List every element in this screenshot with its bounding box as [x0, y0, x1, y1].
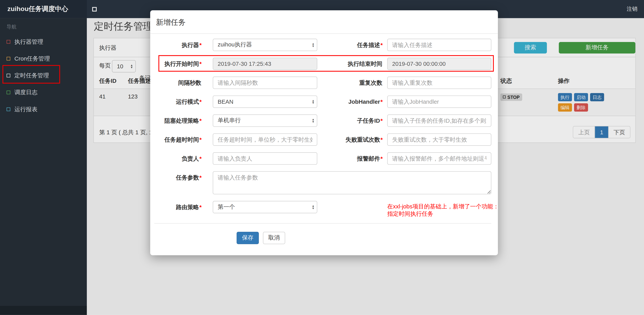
- route-strategy-label: 路由策略*: [154, 201, 213, 213]
- select-caret-icon: ▴▾: [312, 99, 314, 104]
- app-root: zuihou任务调度中心 注销 导航 执行器管理 Cron任务管理 定时任务管理…: [0, 0, 644, 315]
- form-row-task-params: 任务参数*: [154, 171, 492, 194]
- jobhandler-label: JobHandler*: [317, 96, 387, 108]
- task-params-textarea[interactable]: [213, 171, 492, 194]
- owner-label: 负责人*: [154, 152, 213, 165]
- owner-input[interactable]: [213, 152, 317, 165]
- jobhandler-input[interactable]: [387, 96, 491, 108]
- modal-footer: 保存 取消: [154, 223, 492, 244]
- run-mode-label: 运行模式*: [154, 96, 213, 108]
- required-asterisk: *: [200, 99, 202, 105]
- interval-label: 间隔秒数: [154, 77, 213, 89]
- select-caret-icon: ▴▾: [312, 43, 314, 47]
- select-caret-icon: ▴▾: [312, 118, 314, 123]
- required-asterisk: *: [380, 117, 383, 124]
- required-asterisk: *: [380, 99, 383, 105]
- required-asterisk: *: [200, 117, 202, 124]
- child-job-label: 子任务ID*: [317, 115, 387, 127]
- save-button[interactable]: 保存: [236, 232, 259, 244]
- end-time-label: 执行结束时间: [317, 58, 387, 70]
- start-time-input[interactable]: [213, 58, 317, 70]
- add-task-modal: 新增任务 执行器* zuihou执行器 ▴▾ 任务描述* 执行开始时间* 执行结…: [150, 10, 498, 255]
- repeat-input[interactable]: [387, 77, 491, 89]
- required-asterisk: *: [200, 61, 202, 67]
- form-row-interval-repeat: 间隔秒数 重复次数: [154, 77, 492, 89]
- executor-label: 执行器*: [154, 39, 213, 51]
- timeout-label: 任务超时时间*: [154, 133, 213, 146]
- end-time-input[interactable]: [387, 58, 491, 70]
- child-job-input[interactable]: [387, 115, 491, 127]
- executor-select[interactable]: zuihou执行器 ▴▾: [213, 39, 317, 51]
- select-caret-icon: ▴▾: [312, 205, 314, 209]
- required-asterisk: *: [200, 136, 202, 143]
- block-strategy-select-value: 单机串行: [218, 117, 241, 124]
- interval-input[interactable]: [213, 77, 317, 89]
- alarm-email-label: 报警邮件*: [317, 152, 387, 165]
- form-row-executor-desc: 执行器* zuihou执行器 ▴▾ 任务描述*: [154, 39, 492, 51]
- task-desc-input[interactable]: [387, 39, 491, 51]
- alarm-email-input[interactable]: [387, 152, 491, 165]
- feature-note: 在xxl-jobs项目的基础上，新增了一个功能： 指定时间执行任务: [387, 201, 491, 217]
- modal-body: 执行器* zuihou执行器 ▴▾ 任务描述* 执行开始时间* 执行结束时间 间…: [150, 34, 498, 244]
- modal-title: 新增任务: [150, 10, 498, 34]
- form-row-block-child: 阻塞处理策略* 单机串行 ▴▾ 子任务ID*: [154, 115, 492, 127]
- retry-label: 失败重试次数*: [317, 133, 387, 146]
- required-asterisk: *: [380, 136, 383, 143]
- form-row-timeout-retry: 任务超时时间* 失败重试次数*: [154, 133, 492, 146]
- start-time-label: 执行开始时间*: [154, 58, 213, 70]
- required-asterisk: *: [200, 42, 202, 48]
- repeat-label: 重复次数: [317, 77, 387, 89]
- retry-input[interactable]: [387, 133, 491, 146]
- cancel-button[interactable]: 取消: [263, 232, 285, 244]
- task-desc-label: 任务描述*: [317, 39, 387, 51]
- timeout-input[interactable]: [213, 133, 317, 146]
- required-asterisk: *: [380, 155, 383, 162]
- required-asterisk: *: [200, 174, 202, 181]
- required-asterisk: *: [200, 155, 202, 162]
- route-strategy-select-value: 第一个: [218, 203, 235, 211]
- required-asterisk: *: [200, 204, 202, 210]
- task-params-label: 任务参数*: [154, 171, 213, 184]
- run-mode-select-value: BEAN: [218, 99, 234, 105]
- form-row-time-range: 执行开始时间* 执行结束时间: [154, 58, 492, 70]
- form-row-mode-handler: 运行模式* BEAN ▴▾ JobHandler*: [154, 96, 492, 108]
- feature-note-line2: 指定时间执行任务: [387, 210, 491, 217]
- required-asterisk: *: [380, 42, 383, 48]
- route-strategy-select[interactable]: 第一个 ▴▾: [213, 201, 317, 213]
- block-strategy-select[interactable]: 单机串行 ▴▾: [213, 115, 317, 127]
- feature-note-line1: 在xxl-jobs项目的基础上，新增了一个功能：: [387, 203, 491, 210]
- run-mode-select[interactable]: BEAN ▴▾: [213, 96, 317, 108]
- form-row-owner-email: 负责人* 报警邮件*: [154, 152, 492, 165]
- block-strategy-label: 阻塞处理策略*: [154, 115, 213, 127]
- executor-select-value: zuihou执行器: [218, 41, 252, 49]
- form-row-route: 路由策略* 第一个 ▴▾ 在xxl-jobs项目的基础上，新增了一个功能： 指定…: [154, 201, 492, 217]
